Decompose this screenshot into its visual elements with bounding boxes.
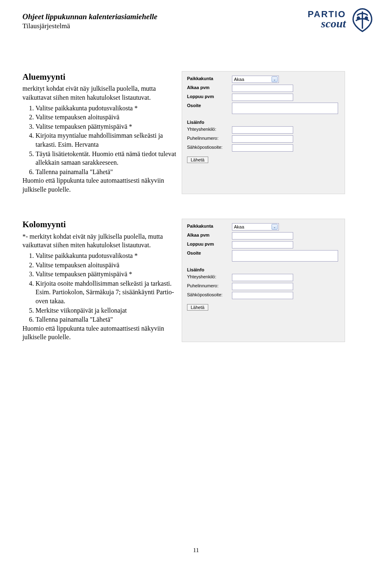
osoite-input[interactable] [232,103,338,114]
label-yhteys: Yhteyshenkilö: [187,126,232,132]
logo-emblem-icon [349,6,376,33]
list-item: Tallenna painamalla "Lähetä" Huomio että… [36,315,178,342]
label-alkaa: Alkaa pvm [187,232,232,237]
list-item: Valitse tempauksen päättymispäivä * [36,122,178,131]
label-loppuu: Loppuu pvm [187,241,232,246]
email-input[interactable] [232,292,293,299]
label-paikkakunta: Paikkakunta [187,76,232,81]
list-item: Valitse paikkakunta pudotusvalikosta * [36,104,178,113]
aluemyynti-intro: merkityt kohdat eivät näy julkisella puo… [22,84,178,102]
yhteys-input[interactable] [232,274,293,281]
loppuu-input[interactable] [232,94,293,101]
label-lisainfo: Lisäinfo [187,120,340,125]
paikkakunta-select[interactable]: Akaa ⌄ [232,76,279,83]
label-email: Sähköpostiosoite: [187,144,232,150]
list-item: Täytä lisätietokentät. Huomio että nämä … [36,150,178,167]
list-item: Valitse tempauksen aloituspäivä [36,261,178,270]
select-value: Akaa [234,224,244,229]
submit-button[interactable]: Lähetä [187,304,208,311]
email-input[interactable] [232,144,293,152]
loppuu-input[interactable] [232,241,293,248]
osoite-input[interactable] [232,250,338,262]
alkaa-input[interactable] [232,85,293,92]
label-email: Sähköpostiosoite: [187,292,232,297]
list-item: Kirjoita myyntialue mahdollisimman selke… [36,131,178,149]
paikkakunta-select[interactable]: Akaa ⌄ [232,223,279,231]
label-alkaa: Alkaa pvm [187,85,232,90]
list-item: Tallenna painamalla "Lähetä" Huomio että… [36,168,178,194]
label-osoite: Osoite [187,103,232,108]
kolomyynti-title: Kolomyynti [22,219,178,230]
label-paikkakunta: Paikkakunta [187,223,232,228]
svg-point-1 [365,17,368,19]
puhelin-input[interactable] [232,283,293,290]
aluemyynti-title: Aluemyynti [22,71,178,83]
section-kolomyynti: Kolomyynti *- merkityt kohdat eivät näy … [22,219,370,342]
list-item: Merkitse viikonpäivät ja kellonajat [36,306,178,315]
aluemyynti-list: Valitse paikkakunta pudotusvalikosta * V… [22,104,178,194]
page-number: 11 [0,547,392,554]
list-item: Valitse tempauksen aloituspäivä [36,113,178,122]
label-lisainfo: Lisäinfo [187,267,340,272]
chevron-down-icon: ⌄ [272,76,278,82]
yhteys-input[interactable] [232,126,293,134]
label-loppuu: Loppuu pvm [187,94,232,99]
chevron-down-icon: ⌄ [272,224,278,230]
section-aluemyynti: Aluemyynti merkityt kohdat eivät näy jul… [22,71,370,194]
kolomyynti-list: Valitse paikkakunta pudotusvalikosta * V… [22,251,178,342]
kolomyynti-text: Kolomyynti *- merkityt kohdat eivät näy … [22,219,178,342]
aluemyynti-outro: Huomio että lippukunta tulee automaattis… [22,176,178,194]
logo-text: PARTIO scout [308,9,346,30]
label-osoite: Osoite [187,250,232,255]
partio-logo: PARTIO scout [308,6,376,33]
puhelin-input[interactable] [232,135,293,143]
kolomyynti-form: Paikkakunta Akaa ⌄ Alkaa pvm Loppuu pvm … [182,219,345,342]
aluemyynti-form: Paikkakunta Akaa ⌄ Alkaa pvm Loppuu pvm … [182,71,345,194]
label-puhelin: Puhelinnumero: [187,283,232,288]
kolomyynti-intro: *- merkityt kohdat eivät näy julkisella … [22,232,178,250]
kolomyynti-outro: Huomio että lippukunta tulee automaattis… [22,324,178,342]
label-yhteys: Yhteyshenkilö: [187,274,232,279]
aluemyynti-text: Aluemyynti merkityt kohdat eivät näy jul… [22,71,178,194]
list-item: Kirjoita osoite mahdollisimman selkeästi… [36,279,178,306]
label-puhelin: Puhelinnumero: [187,135,232,141]
list-item: Valitse paikkakunta pudotusvalikosta * [36,251,178,260]
list-item: Valitse tempauksen päättymispäivä * [36,270,178,279]
svg-point-0 [357,17,359,19]
alkaa-input[interactable] [232,232,293,239]
select-value: Akaa [234,77,244,82]
submit-button[interactable]: Lähetä [187,157,208,163]
